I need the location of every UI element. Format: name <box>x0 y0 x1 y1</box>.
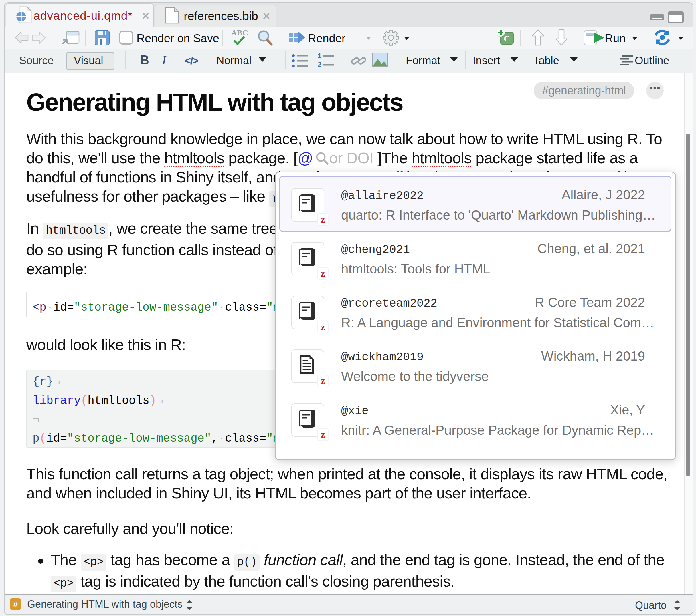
svg-text:2: 2 <box>318 61 321 68</box>
svg-text:1: 1 <box>318 53 321 60</box>
